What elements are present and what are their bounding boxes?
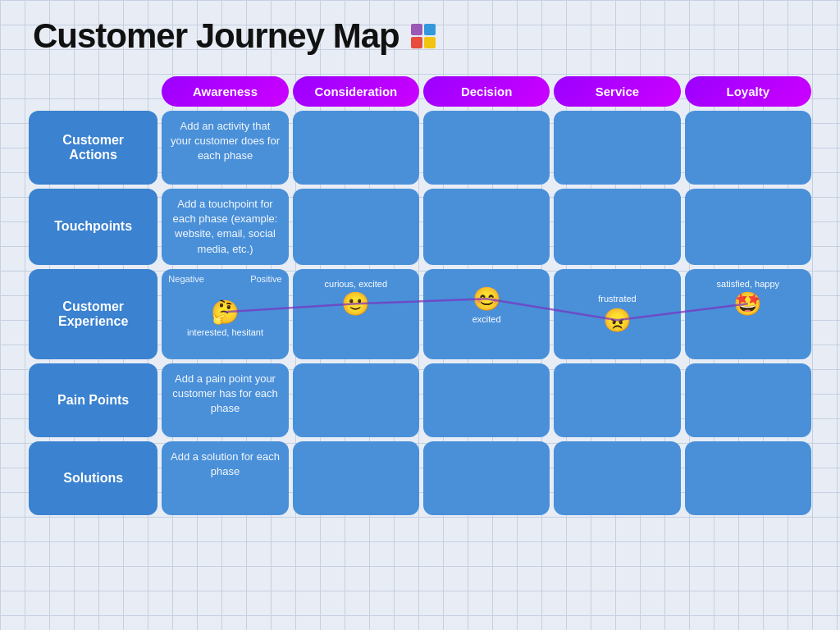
awareness-emotion: interested, hesitant (187, 327, 263, 337)
pain-points-awareness[interactable]: Add a pain point your customer has for e… (162, 363, 288, 437)
logo-sq-blue (424, 24, 436, 35)
exp-service-cell[interactable]: frustrated 😠 (554, 269, 680, 359)
customer-actions-awareness[interactable]: Add an activity that your customer does … (162, 111, 288, 185)
solutions-consideration[interactable] (293, 441, 419, 515)
phase-consideration: Consideration (293, 76, 419, 107)
solutions-decision[interactable] (423, 441, 550, 515)
customer-actions-service[interactable] (554, 111, 680, 185)
touchpoints-loyalty[interactable] (685, 189, 811, 265)
customer-actions-loyalty[interactable] (685, 111, 811, 185)
solutions-label: Solutions (29, 441, 158, 515)
header-spacer (29, 76, 158, 107)
phase-loyalty: Loyalty (685, 76, 811, 107)
customer-actions-label: CustomerActions (29, 111, 158, 185)
exp-consideration-cell[interactable]: curious, excited 🙂 (293, 269, 419, 359)
title-row: Customer Journey Map (33, 16, 815, 56)
logo-sq-yellow (424, 37, 436, 48)
decision-emoji: 😊 (472, 285, 501, 313)
customer-experience-row: CustomerExperience Negative Positive 🤔 i… (29, 269, 811, 359)
consideration-emotion: curious, excited (325, 279, 387, 289)
phase-header-row: Awareness Consideration Decision Service… (29, 76, 811, 107)
phase-awareness: Awareness (162, 76, 288, 107)
service-emotion: frustrated (598, 294, 636, 304)
phase-decision: Decision (423, 76, 550, 107)
solutions-hint: Add a solution for each phase (171, 450, 280, 477)
pain-points-decision[interactable] (423, 363, 550, 437)
exp-awareness-cell[interactable]: Negative Positive 🤔 interested, hesitant (162, 269, 288, 359)
touchpoints-hint: Add a touchpoint for each phase (example… (173, 198, 278, 255)
service-emoji: 😠 (603, 307, 632, 334)
decision-emotion: excited (472, 314, 501, 324)
touchpoints-row: Touchpoints Add a touchpoint for each ph… (29, 189, 811, 265)
journey-table: Awareness Consideration Decision Service… (25, 72, 815, 519)
pain-points-row: Pain Points Add a pain point your custom… (29, 363, 811, 437)
pain-points-loyalty[interactable] (685, 363, 811, 437)
logo-sq-purple (411, 24, 422, 35)
pain-points-hint: Add a pain point your customer has for e… (172, 372, 278, 414)
phase-service: Service (554, 76, 680, 107)
exp-loyalty-cell[interactable]: satisfied, happy 🤩 (685, 269, 811, 359)
touchpoints-awareness[interactable]: Add a touchpoint for each phase (example… (162, 189, 288, 265)
pain-points-label: Pain Points (29, 363, 158, 437)
customer-actions-decision[interactable] (423, 111, 550, 185)
loyalty-emotion: satisfied, happy (717, 279, 779, 289)
touchpoints-label: Touchpoints (29, 189, 158, 265)
touchpoints-service[interactable] (554, 189, 680, 265)
page-title: Customer Journey Map (33, 16, 399, 56)
solutions-loyalty[interactable] (685, 441, 811, 515)
negative-label: Negative (168, 274, 203, 284)
pain-points-service[interactable] (554, 363, 680, 437)
customer-actions-consideration[interactable] (293, 111, 419, 185)
awareness-emoji: 🤔 (211, 299, 240, 326)
exp-decision-cell[interactable]: 😊 excited (423, 269, 550, 359)
solutions-service[interactable] (554, 441, 680, 515)
touchpoints-decision[interactable] (423, 189, 550, 265)
customer-actions-hint: Add an activity that your customer does … (171, 120, 280, 162)
solutions-awareness[interactable]: Add a solution for each phase (162, 441, 288, 515)
logo-icon (411, 24, 436, 48)
customer-actions-row: CustomerActions Add an activity that you… (29, 111, 811, 185)
pain-points-consideration[interactable] (293, 363, 419, 437)
logo-sq-red (411, 37, 422, 48)
loyalty-emoji: 🤩 (733, 290, 762, 317)
consideration-emoji: 🙂 (341, 290, 370, 317)
touchpoints-consideration[interactable] (293, 189, 419, 265)
positive-label: Positive (250, 274, 282, 284)
solutions-row: Solutions Add a solution for each phase (29, 441, 811, 515)
customer-experience-label: CustomerExperience (29, 269, 158, 359)
